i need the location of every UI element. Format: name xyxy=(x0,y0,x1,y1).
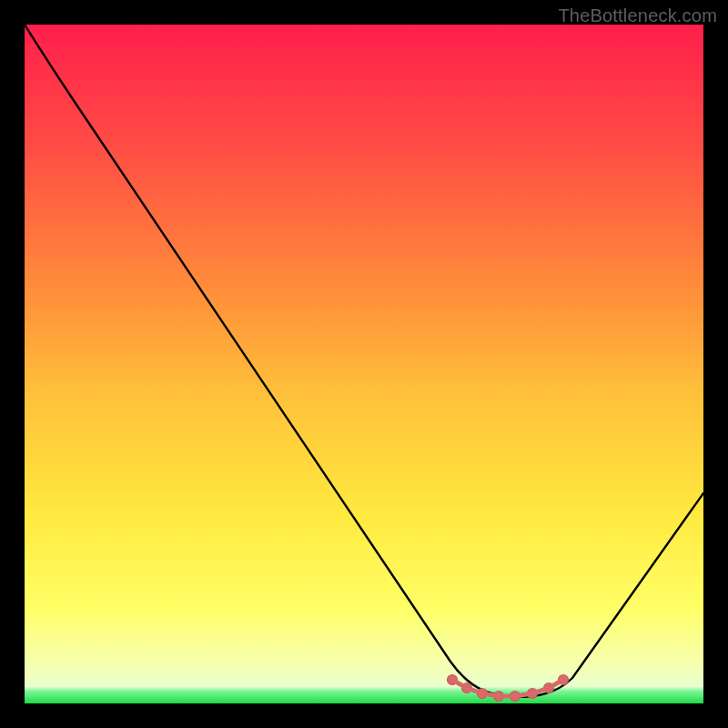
gradient-background xyxy=(25,25,703,703)
plot-area xyxy=(25,25,703,703)
chart-frame: TheBottleneck.com xyxy=(0,0,728,728)
chart-svg xyxy=(25,25,703,703)
watermark-text: TheBottleneck.com xyxy=(558,5,717,26)
